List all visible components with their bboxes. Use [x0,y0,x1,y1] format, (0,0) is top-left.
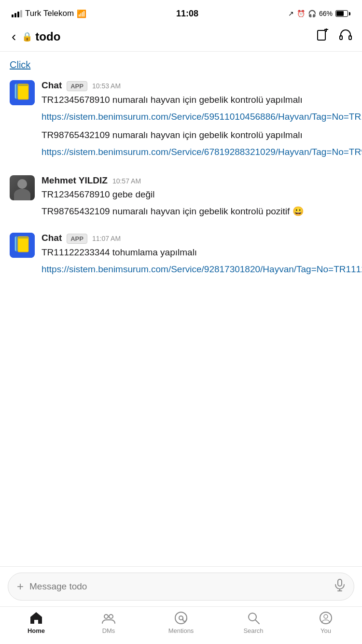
battery-icon [335,10,350,17]
svg-point-25 [324,615,328,618]
message-3-header: Chat APP 11:07 AM [42,233,362,244]
header-left: ‹ 🔒 todo [10,28,60,45]
channel-name: todo [35,30,60,43]
timestamp-2: 10:57 AM [112,177,141,185]
message-1-header: Chat APP 10:53 AM [42,80,362,91]
svg-rect-9 [18,84,28,86]
nav-dms-label: DMs [102,627,115,634]
status-left: Turk Telekom 📶 [12,9,86,18]
svg-point-21 [179,616,183,620]
svg-point-18 [104,615,108,618]
nav-you-label: You [320,627,331,634]
message-2-text-1: TR12345678910 gebe değil [42,188,352,202]
sender-name-chat-1: Chat [42,80,62,91]
microphone-button[interactable] [334,579,345,594]
status-bar: Turk Telekom 📶 11:08 ↗ ⏰ 🎧 66% [0,0,362,24]
sender-name-mehmet: Mehmet YILDIZ [42,175,108,186]
add-channel-button[interactable] [316,28,329,45]
carrier-name: Turk Telekom [25,9,74,18]
add-attachment-button[interactable]: + [17,581,24,592]
nav-home[interactable]: Home [17,611,56,634]
status-right: ↗ ⏰ 🎧 66% [288,10,350,17]
app-badge-1: APP [67,81,87,91]
nav-dms[interactable]: DMs [89,611,128,634]
input-area: + [0,566,362,606]
signal-icon [12,10,22,17]
nav-you[interactable]: You [306,611,345,634]
header: ‹ 🔒 todo [0,24,362,52]
back-button[interactable]: ‹ [10,28,18,45]
location-icon: ↗ [288,10,294,17]
click-link[interactable]: Click [10,59,352,70]
headphones-status-icon: 🎧 [308,10,316,17]
message-1-link-2[interactable]: https://sistem.benimsurum.com/Service/67… [42,145,362,159]
sender-name-chat-3: Chat [42,233,62,243]
svg-rect-14 [18,237,28,238]
message-1-link-1[interactable]: https://sistem.benimsurum.com/Service/59… [42,110,362,124]
svg-rect-15 [338,579,342,586]
chat-scroll-area: Click Chat APP 10:53 AM TR12345678910 n [0,52,362,566]
message-3-text-1: TR11122233344 tohumlama yapılmalı [42,246,362,260]
message-1-text-2: TR98765432109 numaralı hayvan için gebel… [42,128,362,142]
chat-app-avatar-2 [10,233,35,258]
message-2-content: Mehmet YILDIZ 10:57 AM TR12345678910 geb… [42,175,352,221]
channel-title: 🔒 todo [22,30,60,43]
message-1-content: Chat APP 10:53 AM TR12345678910 numaralı… [42,80,362,164]
svg-rect-13 [18,237,28,252]
svg-point-20 [175,612,187,624]
lock-icon: 🔒 [22,31,32,42]
svg-point-19 [109,615,113,618]
header-right [316,28,352,45]
battery-percent: 66% [319,10,333,17]
message-3-content: Chat APP 11:07 AM TR11122233344 tohumlam… [42,233,362,281]
wifi-icon: 📶 [77,9,86,18]
input-box: + [8,573,354,601]
message-3: Chat APP 11:07 AM TR11122233344 tohumlam… [10,233,352,281]
nav-mentions[interactable]: Mentions [162,611,200,634]
nav-mentions-label: Mentions [168,627,194,634]
timestamp-1: 10:53 AM [92,82,121,90]
chat-app-avatar [10,80,35,105]
message-3-link-1[interactable]: https://sistem.benimsurum.com/Service/92… [42,263,362,277]
svg-rect-8 [18,84,28,99]
bottom-nav: Home DMs Mentions Search [0,606,362,644]
message-2-text-2: TR98765432109 numaralı hayvan için gebel… [42,205,352,219]
message-1: Chat APP 10:53 AM TR12345678910 numaralı… [10,80,352,164]
status-time: 11:08 [176,9,198,19]
nav-search[interactable]: Search [234,611,273,634]
nav-search-label: Search [243,627,263,634]
message-2-header: Mehmet YILDIZ 10:57 AM [42,175,352,186]
nav-home-label: Home [28,627,45,634]
headphones-button[interactable] [339,28,352,45]
timestamp-3: 11:07 AM [92,235,121,242]
alarm-icon: ⏰ [297,10,305,17]
app-badge-3: APP [67,234,87,244]
message-1-text-1: TR12345678910 numaralı hayvan için gebel… [42,93,362,107]
mehmet-avatar [10,175,35,200]
message-input[interactable] [29,581,329,592]
message-2: Mehmet YILDIZ 10:57 AM TR12345678910 geb… [10,175,352,221]
svg-line-23 [255,620,259,624]
svg-rect-0 [318,30,325,40]
